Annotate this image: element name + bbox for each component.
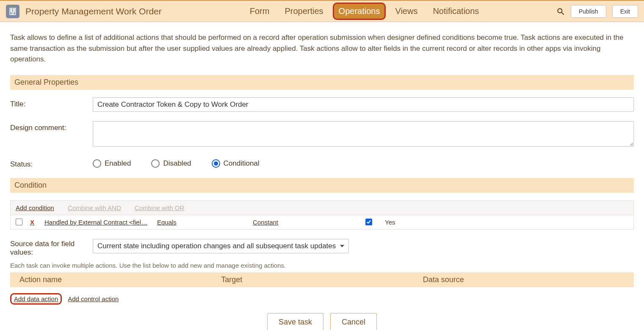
top-bar: Property Management Work Order Form Prop…: [0, 0, 644, 22]
add-control-action-link[interactable]: Add control action: [68, 295, 119, 302]
section-general-properties: General Properties: [10, 75, 634, 90]
footer-buttons: Save task Cancel: [10, 311, 634, 330]
status-radio-group: Enabled Disabled Conditional: [93, 158, 634, 168]
actions-table-header: Action name Target Data source: [10, 272, 634, 287]
radio-disabled-circle[interactable]: [151, 159, 160, 168]
combine-and-link[interactable]: Combine with AND: [68, 204, 121, 211]
tab-properties[interactable]: Properties: [277, 1, 331, 22]
add-condition-link[interactable]: Add condition: [16, 204, 54, 211]
radio-disabled[interactable]: Disabled: [151, 159, 191, 168]
svg-rect-3: [11, 11, 12, 12]
svg-point-6: [558, 8, 562, 13]
tab-operations[interactable]: Operations: [331, 1, 388, 22]
svg-rect-2: [14, 9, 15, 11]
label-title: Title:: [10, 97, 93, 108]
page-title: Property Management Work Order: [25, 6, 162, 17]
col-data-source: Data source: [423, 275, 625, 284]
svg-line-7: [561, 12, 564, 14]
condition-value-checkbox[interactable]: [365, 219, 372, 225]
add-data-action-link[interactable]: Add data action: [10, 293, 62, 305]
svg-rect-4: [14, 11, 15, 12]
actions-hint: Each task can invoke multiple actions. U…: [10, 262, 634, 269]
tab-views[interactable]: Views: [387, 1, 425, 22]
row-source: Source data for field values: Current st…: [10, 239, 634, 257]
add-links: Add data action Add control action: [10, 293, 634, 305]
label-source: Source data for field values:: [10, 239, 93, 257]
cancel-button[interactable]: Cancel: [330, 313, 377, 330]
tab-form[interactable]: Form: [242, 1, 277, 22]
condition-operator-link[interactable]: Equals: [157, 219, 250, 226]
radio-conditional-circle[interactable]: [212, 159, 220, 168]
condition-value-label: Yes: [385, 219, 470, 226]
row-title: Title:: [10, 97, 634, 112]
combine-or-link[interactable]: Combine with OR: [135, 204, 185, 211]
nav-tabs: Form Properties Operations Views Notific…: [242, 1, 487, 22]
section-condition: Condition: [10, 178, 634, 193]
condition-row-checkbox[interactable]: [16, 219, 22, 225]
exit-button[interactable]: Exit: [612, 5, 638, 18]
condition-toolbar: Add condition Combine with AND Combine w…: [10, 200, 634, 215]
radio-disabled-label: Disabled: [163, 159, 191, 168]
condition-field-link[interactable]: Handled by External Contract <fiel…: [44, 219, 155, 226]
label-design-comment: Design comment:: [10, 121, 93, 132]
svg-rect-5: [12, 13, 13, 14]
content: Task allows to define a list of addition…: [0, 22, 644, 330]
col-target: Target: [221, 275, 423, 284]
source-select[interactable]: Current state including operation change…: [93, 239, 349, 253]
source-select-value: Current state including operation change…: [97, 242, 336, 250]
radio-enabled-label: Enabled: [105, 159, 131, 168]
condition-row: X Handled by External Contract <fiel… Eq…: [10, 215, 634, 230]
publish-button[interactable]: Publish: [571, 5, 606, 18]
radio-conditional[interactable]: Conditional: [212, 159, 260, 168]
row-design-comment: Design comment:: [10, 121, 634, 148]
app-icon: [6, 5, 19, 18]
row-status: Status: Enabled Disabled Conditional: [10, 158, 634, 169]
title-input[interactable]: [93, 97, 634, 112]
condition-valuetype-link[interactable]: Constant: [253, 219, 363, 226]
radio-conditional-label: Conditional: [224, 159, 260, 168]
design-comment-input[interactable]: [93, 121, 634, 147]
condition-delete-icon[interactable]: X: [30, 219, 42, 226]
radio-enabled-circle[interactable]: [93, 159, 101, 168]
tab-notifications[interactable]: Notifications: [425, 1, 486, 22]
svg-rect-1: [11, 9, 12, 11]
top-right: Publish Exit: [556, 5, 638, 18]
col-action-name: Action name: [19, 275, 221, 284]
label-status: Status:: [10, 158, 93, 169]
save-task-button[interactable]: Save task: [267, 313, 323, 330]
search-icon[interactable]: [556, 7, 565, 16]
radio-enabled[interactable]: Enabled: [93, 159, 131, 168]
intro-text: Task allows to define a list of addition…: [10, 32, 634, 65]
